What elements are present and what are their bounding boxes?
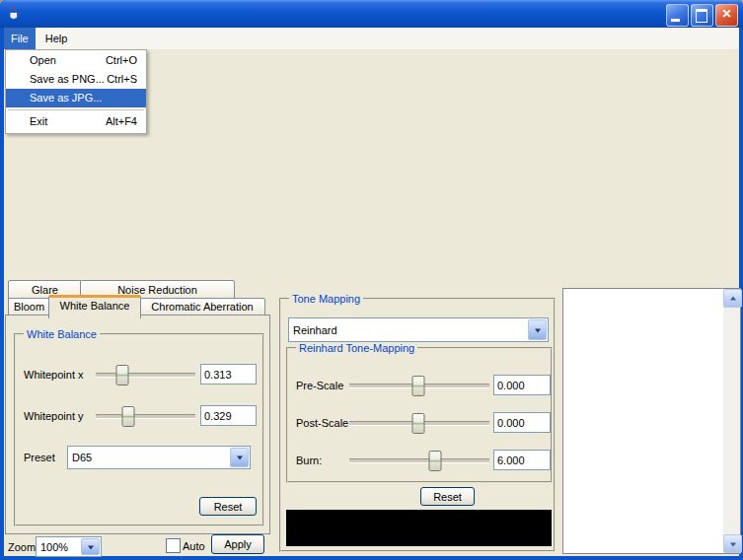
apply-button[interactable]: Apply — [211, 534, 264, 554]
zoom-combo[interactable]: 100% — [36, 536, 102, 557]
post-scale-slider[interactable] — [349, 413, 489, 432]
menuitem-save-png[interactable]: Save as PNG... Ctrl+S — [6, 70, 146, 89]
minimize-icon — [671, 19, 680, 22]
tone-mapping-reset-button[interactable]: Reset — [420, 487, 475, 506]
chevron-down-icon — [88, 545, 94, 549]
menu-separator — [8, 109, 144, 110]
whitepoint-y-field[interactable] — [200, 405, 257, 426]
menu-help[interactable]: Help — [38, 28, 75, 49]
zoom-combo-dropdown-button[interactable] — [81, 538, 100, 555]
tone-mapping-preview-black-panel — [286, 510, 552, 546]
slider-thumb[interactable] — [116, 365, 129, 385]
slider-thumb[interactable] — [411, 376, 424, 396]
menuitem-open-label: Open — [30, 54, 56, 66]
scroll-down-button[interactable] — [723, 534, 742, 553]
operator-combo-dropdown-button[interactable] — [528, 319, 547, 340]
menuitem-save-jpg[interactable]: Save as JPG... — [6, 89, 146, 107]
vertical-scrollbar[interactable] — [723, 289, 740, 553]
whitepoint-x-field[interactable] — [200, 364, 257, 385]
zoom-label: Zoom — [8, 541, 36, 554]
chevron-down-icon — [237, 456, 243, 460]
minimize-button[interactable] — [666, 4, 689, 27]
tone-mapping-operator-combo[interactable]: Reinhard — [288, 317, 549, 342]
whitepoint-x-label: Whitepoint x — [24, 369, 84, 382]
menubar: File Help — [4, 28, 739, 49]
maximize-button[interactable] — [691, 4, 713, 27]
burn-field[interactable] — [493, 450, 551, 470]
slider-track[interactable] — [349, 458, 489, 463]
close-icon: ✕ — [716, 5, 737, 26]
menu-file[interactable]: File — [4, 28, 36, 49]
java-cup-icon[interactable] — [6, 5, 23, 22]
whitepoint-y-slider[interactable] — [96, 406, 195, 425]
slider-thumb[interactable] — [428, 451, 441, 471]
auto-checkbox[interactable] — [166, 538, 181, 553]
menuitem-exit-label: Exit — [30, 115, 47, 127]
menuitem-save-png-label: Save as PNG... — [30, 73, 105, 85]
preset-label: Preset — [24, 452, 55, 464]
image-preview-panel — [562, 288, 741, 554]
application-window: ✕ File Help Open Ctrl+O Save as PNG... C… — [0, 0, 743, 560]
whitepoint-y-label: Whitepoint y — [24, 410, 84, 423]
burn-label: Burn: — [296, 455, 322, 467]
white-balance-group-title: White Balance — [24, 328, 100, 341]
tone-mapping-operator-value: Reinhard — [293, 323, 337, 336]
white-balance-reset-button[interactable]: Reset — [199, 497, 257, 516]
slider-thumb[interactable] — [122, 406, 135, 427]
post-scale-label: Post-Scale — [296, 417, 348, 430]
preset-combo-value: D65 — [72, 452, 92, 464]
tone-mapping-group-title: Tone Mapping — [289, 293, 363, 306]
whitepoint-x-slider[interactable] — [96, 365, 195, 384]
maximize-icon — [696, 9, 707, 23]
chevron-down-icon — [535, 328, 541, 332]
preset-combo[interactable]: D65 — [67, 446, 251, 469]
close-button[interactable]: ✕ — [715, 4, 738, 27]
post-scale-field[interactable] — [493, 412, 551, 433]
window-controls: ✕ — [666, 4, 738, 27]
slider-track[interactable] — [96, 414, 195, 419]
auto-checkbox-label[interactable]: Auto — [183, 540, 205, 553]
reinhard-group-title: Reinhard Tone-Mapping — [296, 342, 417, 355]
menuitem-open-shortcut: Ctrl+O — [106, 51, 137, 70]
menuitem-exit[interactable]: Exit Alt+F4 — [6, 112, 146, 131]
menuitem-save-jpg-label: Save as JPG... — [30, 92, 102, 104]
tone-mapping-group: Tone Mapping Reinhard Reinhard Tone-Mapp… — [279, 298, 556, 552]
white-balance-group: White Balance Whitepoint x Whitepoint y … — [14, 333, 264, 526]
zoom-combo-value: 100% — [40, 540, 68, 553]
menuitem-exit-shortcut: Alt+F4 — [106, 112, 137, 131]
file-menu-popup: Open Ctrl+O Save as PNG... Ctrl+S Save a… — [5, 49, 147, 134]
pre-scale-label: Pre-Scale — [296, 380, 343, 392]
titlebar[interactable]: ✕ — [0, 0, 743, 28]
burn-slider[interactable] — [349, 451, 489, 469]
pre-scale-slider[interactable] — [349, 376, 489, 394]
slider-track[interactable] — [96, 373, 195, 378]
tab-white-balance[interactable]: White Balance — [48, 295, 141, 318]
pre-scale-field[interactable] — [493, 375, 551, 395]
scroll-up-icon — [730, 296, 736, 300]
menuitem-open[interactable]: Open Ctrl+O — [6, 51, 146, 70]
menuitem-save-png-shortcut: Ctrl+S — [107, 70, 137, 89]
reinhard-tone-mapping-group: Reinhard Tone-Mapping Pre-Scale Post-Sca… — [286, 347, 553, 483]
preset-combo-dropdown-button[interactable] — [230, 448, 249, 467]
scroll-down-icon — [730, 542, 736, 546]
scroll-up-button[interactable] — [723, 289, 742, 308]
slider-thumb[interactable] — [411, 413, 424, 434]
